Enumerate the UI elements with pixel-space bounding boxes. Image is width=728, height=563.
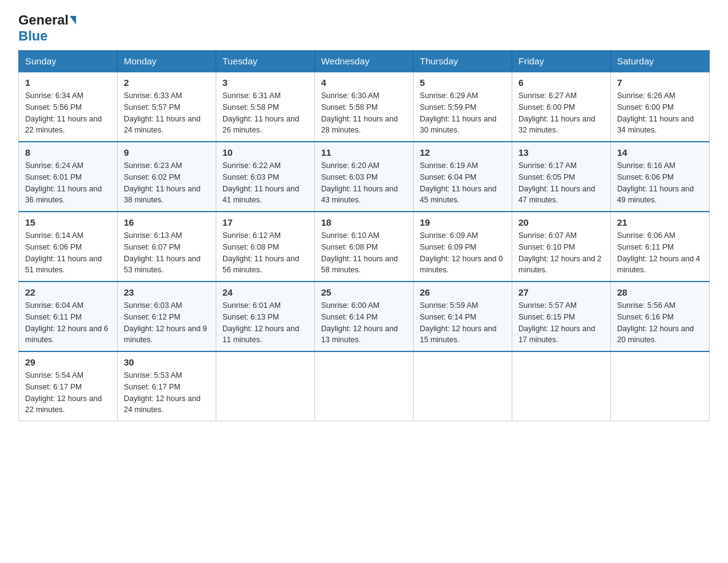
day-info: Sunrise: 5:59 AMSunset: 6:14 PMDaylight:… [420, 300, 506, 346]
calendar-cell: 21Sunrise: 6:06 AMSunset: 6:11 PMDayligh… [611, 212, 710, 282]
day-info: Sunrise: 6:12 AMSunset: 6:08 PMDaylight:… [222, 230, 308, 276]
week-row-1: 1Sunrise: 6:34 AMSunset: 5:56 PMDaylight… [19, 72, 710, 142]
day-number: 7 [617, 77, 703, 88]
calendar-cell [315, 351, 414, 421]
day-info: Sunrise: 6:31 AMSunset: 5:58 PMDaylight:… [222, 90, 308, 136]
day-number: 22 [25, 287, 111, 297]
day-number: 18 [321, 217, 407, 228]
day-number: 29 [25, 357, 111, 367]
day-info: Sunrise: 6:17 AMSunset: 6:05 PMDaylight:… [518, 160, 604, 206]
day-number: 16 [124, 217, 210, 228]
day-info: Sunrise: 6:14 AMSunset: 6:06 PMDaylight:… [25, 230, 111, 276]
logo: General Blue [18, 12, 76, 44]
day-info: Sunrise: 6:13 AMSunset: 6:07 PMDaylight:… [124, 230, 210, 276]
calendar-cell: 18Sunrise: 6:10 AMSunset: 6:08 PMDayligh… [315, 212, 414, 282]
calendar-cell: 9Sunrise: 6:23 AMSunset: 6:02 PMDaylight… [118, 142, 216, 212]
day-info: Sunrise: 6:06 AMSunset: 6:11 PMDaylight:… [617, 230, 703, 276]
calendar-cell: 13Sunrise: 6:17 AMSunset: 6:05 PMDayligh… [512, 142, 611, 212]
calendar-cell [216, 351, 315, 421]
calendar-cell: 7Sunrise: 6:26 AMSunset: 6:00 PMDaylight… [611, 72, 710, 142]
day-number: 26 [420, 287, 506, 297]
calendar-cell: 23Sunrise: 6:03 AMSunset: 6:12 PMDayligh… [118, 282, 216, 351]
calendar-cell: 28Sunrise: 5:56 AMSunset: 6:16 PMDayligh… [611, 282, 710, 351]
calendar-cell: 11Sunrise: 6:20 AMSunset: 6:03 PMDayligh… [315, 142, 414, 212]
weekday-header-saturday: Saturday [611, 51, 710, 72]
weekday-header-sunday: Sunday [19, 51, 118, 72]
calendar-cell: 20Sunrise: 6:07 AMSunset: 6:10 PMDayligh… [512, 212, 611, 282]
day-info: Sunrise: 6:34 AMSunset: 5:56 PMDaylight:… [25, 90, 111, 136]
weekday-header-row: SundayMondayTuesdayWednesdayThursdayFrid… [19, 51, 710, 72]
calendar-table: SundayMondayTuesdayWednesdayThursdayFrid… [18, 50, 710, 421]
calendar-cell: 10Sunrise: 6:22 AMSunset: 6:03 PMDayligh… [216, 142, 315, 212]
calendar-cell: 27Sunrise: 5:57 AMSunset: 6:15 PMDayligh… [512, 282, 611, 351]
calendar-cell: 5Sunrise: 6:29 AMSunset: 5:59 PMDaylight… [414, 72, 512, 142]
day-number: 5 [420, 77, 506, 88]
day-number: 20 [518, 217, 604, 228]
logo-triangle-icon [70, 16, 76, 25]
logo-blue-text: Blue [18, 28, 48, 44]
day-number: 28 [617, 287, 703, 297]
day-number: 6 [518, 77, 604, 88]
day-info: Sunrise: 6:03 AMSunset: 6:12 PMDaylight:… [124, 300, 210, 346]
day-number: 12 [420, 147, 506, 158]
day-number: 13 [518, 147, 604, 158]
day-number: 21 [617, 217, 703, 228]
day-info: Sunrise: 5:53 AMSunset: 6:17 PMDaylight:… [124, 370, 210, 416]
day-number: 4 [321, 77, 407, 88]
calendar-cell: 25Sunrise: 6:00 AMSunset: 6:14 PMDayligh… [315, 282, 414, 351]
day-number: 19 [420, 217, 506, 228]
calendar-cell: 30Sunrise: 5:53 AMSunset: 6:17 PMDayligh… [118, 351, 216, 421]
calendar-cell: 16Sunrise: 6:13 AMSunset: 6:07 PMDayligh… [118, 212, 216, 282]
week-row-3: 15Sunrise: 6:14 AMSunset: 6:06 PMDayligh… [19, 212, 710, 282]
calendar-cell [611, 351, 710, 421]
day-info: Sunrise: 6:26 AMSunset: 6:00 PMDaylight:… [617, 90, 703, 136]
calendar-cell: 4Sunrise: 6:30 AMSunset: 5:58 PMDaylight… [315, 72, 414, 142]
day-info: Sunrise: 6:19 AMSunset: 6:04 PMDaylight:… [420, 160, 506, 206]
day-info: Sunrise: 6:01 AMSunset: 6:13 PMDaylight:… [222, 300, 308, 346]
calendar-cell: 3Sunrise: 6:31 AMSunset: 5:58 PMDaylight… [216, 72, 315, 142]
day-number: 3 [222, 77, 308, 88]
day-number: 27 [518, 287, 604, 297]
calendar-cell: 19Sunrise: 6:09 AMSunset: 6:09 PMDayligh… [414, 212, 512, 282]
day-info: Sunrise: 6:07 AMSunset: 6:10 PMDaylight:… [518, 230, 604, 276]
day-info: Sunrise: 6:00 AMSunset: 6:14 PMDaylight:… [321, 300, 407, 346]
day-info: Sunrise: 5:56 AMSunset: 6:16 PMDaylight:… [617, 300, 703, 346]
day-info: Sunrise: 6:20 AMSunset: 6:03 PMDaylight:… [321, 160, 407, 206]
day-number: 17 [222, 217, 308, 228]
day-info: Sunrise: 6:22 AMSunset: 6:03 PMDaylight:… [222, 160, 308, 206]
day-info: Sunrise: 6:16 AMSunset: 6:06 PMDaylight:… [617, 160, 703, 206]
day-info: Sunrise: 5:57 AMSunset: 6:15 PMDaylight:… [518, 300, 604, 346]
day-number: 15 [25, 217, 111, 228]
day-number: 1 [25, 77, 111, 88]
calendar-cell: 15Sunrise: 6:14 AMSunset: 6:06 PMDayligh… [19, 212, 118, 282]
week-row-5: 29Sunrise: 5:54 AMSunset: 6:17 PMDayligh… [19, 351, 710, 421]
calendar-cell: 24Sunrise: 6:01 AMSunset: 6:13 PMDayligh… [216, 282, 315, 351]
day-info: Sunrise: 6:30 AMSunset: 5:58 PMDaylight:… [321, 90, 407, 136]
day-number: 2 [124, 77, 210, 88]
logo-general-text: General [18, 12, 69, 28]
day-number: 14 [617, 147, 703, 158]
weekday-header-friday: Friday [512, 51, 611, 72]
calendar-cell: 12Sunrise: 6:19 AMSunset: 6:04 PMDayligh… [414, 142, 512, 212]
day-info: Sunrise: 6:10 AMSunset: 6:08 PMDaylight:… [321, 230, 407, 276]
day-info: Sunrise: 6:23 AMSunset: 6:02 PMDaylight:… [124, 160, 210, 206]
calendar-cell [414, 351, 512, 421]
weekday-header-monday: Monday [118, 51, 216, 72]
page-header: General Blue [18, 12, 710, 44]
day-info: Sunrise: 6:27 AMSunset: 6:00 PMDaylight:… [518, 90, 604, 136]
calendar-cell: 6Sunrise: 6:27 AMSunset: 6:00 PMDaylight… [512, 72, 611, 142]
calendar-cell: 8Sunrise: 6:24 AMSunset: 6:01 PMDaylight… [19, 142, 118, 212]
day-info: Sunrise: 6:09 AMSunset: 6:09 PMDaylight:… [420, 230, 506, 276]
day-number: 25 [321, 287, 407, 297]
calendar-cell: 2Sunrise: 6:33 AMSunset: 5:57 PMDaylight… [118, 72, 216, 142]
week-row-4: 22Sunrise: 6:04 AMSunset: 6:11 PMDayligh… [19, 282, 710, 351]
weekday-header-thursday: Thursday [414, 51, 512, 72]
week-row-2: 8Sunrise: 6:24 AMSunset: 6:01 PMDaylight… [19, 142, 710, 212]
day-number: 24 [222, 287, 308, 297]
calendar-cell: 29Sunrise: 5:54 AMSunset: 6:17 PMDayligh… [19, 351, 118, 421]
day-info: Sunrise: 6:24 AMSunset: 6:01 PMDaylight:… [25, 160, 111, 206]
calendar-cell: 1Sunrise: 6:34 AMSunset: 5:56 PMDaylight… [19, 72, 118, 142]
day-number: 30 [124, 357, 210, 367]
weekday-header-tuesday: Tuesday [216, 51, 315, 72]
day-info: Sunrise: 6:33 AMSunset: 5:57 PMDaylight:… [124, 90, 210, 136]
